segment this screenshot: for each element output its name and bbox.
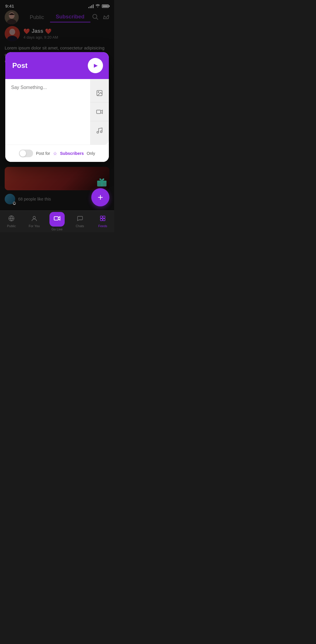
modal-header: Post ► — [5, 52, 109, 79]
chats-nav-label: Chats — [76, 224, 84, 228]
only-label: Only — [87, 151, 95, 156]
svg-rect-23 — [54, 217, 58, 220]
image-upload-button[interactable] — [90, 84, 109, 102]
create-post-fab[interactable]: + — [91, 188, 109, 206]
public-nav-label: Public — [7, 224, 16, 228]
post-modal: Post ► — [5, 52, 109, 162]
golive-button[interactable] — [49, 212, 65, 227]
svg-rect-20 — [101, 181, 103, 186]
chats-nav-icon — [77, 215, 83, 223]
svg-rect-26 — [100, 219, 102, 221]
svg-rect-12 — [97, 110, 101, 114]
subscribers-toggle[interactable] — [19, 150, 33, 157]
modal-body — [5, 79, 109, 145]
modal-title: Post — [12, 61, 28, 70]
svg-point-13 — [97, 131, 99, 133]
svg-rect-27 — [103, 219, 105, 221]
star-icon: ☆ — [53, 151, 57, 156]
golive-nav-label: Go Live — [51, 227, 63, 231]
nav-golive[interactable]: Go Live — [46, 212, 68, 231]
bottom-navigation: Public For You Go Live Chats — [0, 210, 114, 232]
svg-rect-24 — [100, 216, 102, 218]
svg-point-11 — [98, 92, 99, 93]
svg-point-14 — [100, 131, 102, 133]
post-for-label: Post for — [36, 151, 50, 156]
media-buttons — [90, 79, 109, 145]
feeds-nav-icon — [99, 215, 106, 223]
svg-rect-25 — [103, 216, 105, 218]
svg-point-22 — [33, 216, 35, 219]
nav-feeds[interactable]: Feeds — [91, 215, 114, 228]
nav-foryou[interactable]: For You — [23, 215, 46, 228]
modal-textarea-area — [5, 79, 90, 145]
nav-public[interactable]: Public — [0, 215, 23, 228]
subscribers-label: Subscribers — [60, 151, 84, 156]
gift-button[interactable] — [94, 174, 109, 189]
music-upload-button[interactable] — [90, 121, 109, 140]
send-arrow-icon: ► — [93, 62, 99, 69]
foryou-nav-icon — [31, 215, 37, 223]
video-upload-button[interactable] — [90, 102, 109, 121]
send-button[interactable]: ► — [88, 58, 103, 73]
plus-icon: + — [98, 193, 103, 202]
nav-chats[interactable]: Chats — [68, 215, 91, 228]
modal-footer: Post for ☆ Subscribers Only — [5, 145, 109, 162]
golive-icon — [54, 215, 61, 224]
feeds-nav-label: Feeds — [98, 224, 107, 228]
toggle-knob — [20, 150, 26, 157]
public-nav-icon — [8, 215, 15, 223]
post-input[interactable] — [11, 85, 84, 138]
foryou-nav-label: For You — [29, 224, 40, 228]
